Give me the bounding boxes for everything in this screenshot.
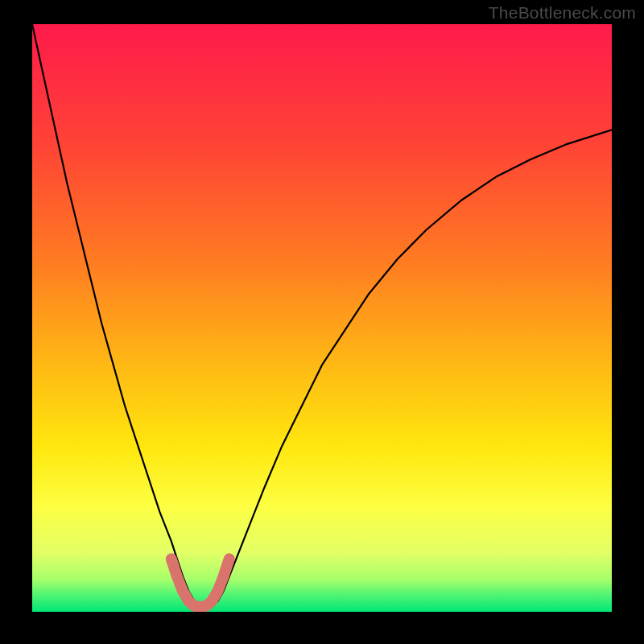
bottleneck-chart: [0, 0, 644, 644]
plot-background: [32, 24, 612, 612]
chart-frame: TheBottleneck.com: [0, 0, 644, 644]
watermark-text: TheBottleneck.com: [489, 3, 636, 23]
